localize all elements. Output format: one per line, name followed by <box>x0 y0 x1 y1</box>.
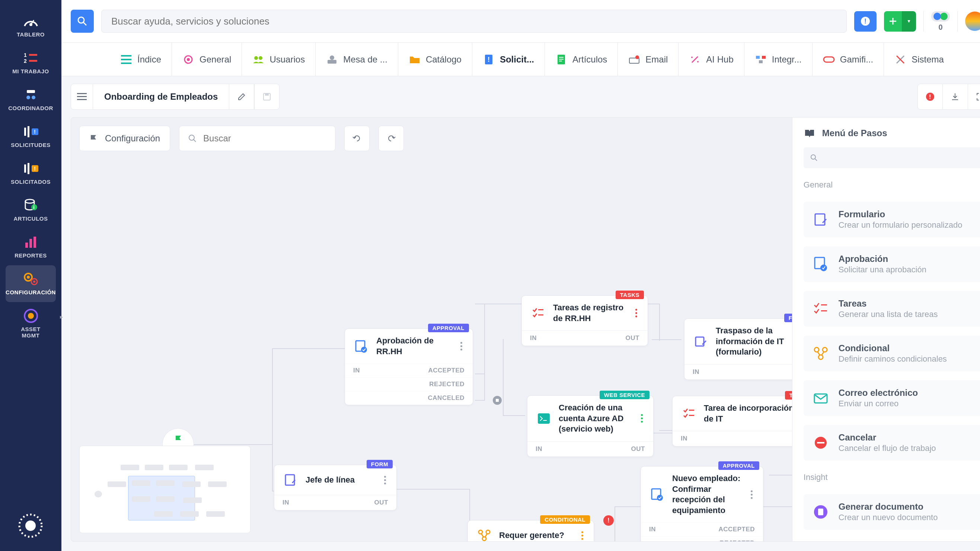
requests-in-icon: ! <box>22 125 40 139</box>
nav-label: Integr... <box>772 54 802 65</box>
svg-rect-83 <box>689 415 694 416</box>
svg-rect-77 <box>538 309 543 310</box>
nav-tab-solicit[interactable]: ! Solicit... <box>473 43 545 76</box>
node-tarea-it[interactable]: TASKS Tarea de incorporación de IT INOUT <box>672 396 792 446</box>
search-button[interactable] <box>71 10 94 33</box>
svg-rect-81 <box>543 420 547 421</box>
sidebar-item-mitrabajo[interactable]: 12 MI TRABAJO <box>0 44 61 81</box>
nav-tab-aihub[interactable]: AI Hub <box>679 43 744 76</box>
sidebar-item-solicitados[interactable]: ! SOLICITADOS <box>0 155 61 192</box>
step-tareas[interactable]: TareasGenerar una lista de tareas <box>803 291 980 327</box>
menu-button[interactable] <box>71 84 93 110</box>
node-more[interactable] <box>458 340 465 353</box>
sidebar-item-tablero[interactable]: TABLERO <box>0 8 61 44</box>
node-title: Traspaso de la información de IT (formul… <box>716 326 792 357</box>
nav-tab-indice[interactable]: Índice <box>110 43 172 76</box>
step-aprobacion[interactable]: AprobaciónSolicitar una aprobación <box>803 246 980 282</box>
node-tareas-rrhh[interactable]: TASKS Tareas de registro de RR.HH INOUT <box>522 295 648 346</box>
canvas-search-input[interactable] <box>203 133 326 144</box>
fullscreen-button[interactable] <box>968 84 980 110</box>
avatar[interactable] <box>965 11 980 31</box>
nav-label: Catálogo <box>426 54 461 65</box>
nav-tab-sistema[interactable]: Sistema <box>884 43 954 76</box>
divider <box>957 11 958 32</box>
svg-text:!: ! <box>864 17 867 25</box>
download-button[interactable] <box>943 84 968 110</box>
workflow-canvas[interactable]: Configuración <box>71 117 792 542</box>
node-jefe-linea[interactable]: FORM Jefe de línea INOUT <box>274 465 397 510</box>
nav-label: Solicit... <box>500 54 534 65</box>
nav-tab-mesa[interactable]: Mesa de ... <box>316 43 398 76</box>
error-indicator[interactable]: ! <box>918 84 943 110</box>
toggle-icon <box>931 11 950 22</box>
add-dropdown[interactable]: ▼ <box>902 11 916 32</box>
node-aprobacion[interactable]: APPROVAL Aprobación de RR.HH INACCEPTED … <box>345 329 473 405</box>
svg-rect-72 <box>496 399 499 402</box>
sidebar-item-coordinador[interactable]: COORDINADOR <box>0 81 61 118</box>
branch-icon <box>476 527 492 542</box>
svg-rect-5 <box>29 60 37 62</box>
node-requer[interactable]: CONDITIONAL ! Requer gerente? INNEW PATH… <box>468 520 594 542</box>
edit-button[interactable] <box>229 84 254 110</box>
minimap[interactable] <box>79 446 250 533</box>
svg-rect-74 <box>285 475 294 485</box>
step-condicional[interactable]: CondicionalDefinir caminos condicionales <box>803 336 980 371</box>
save-button[interactable] <box>254 84 280 110</box>
svg-point-84 <box>479 530 482 534</box>
nav-tab-integr[interactable]: Integr... <box>745 43 813 76</box>
nav-label: Sistema <box>912 54 944 65</box>
form-edit-icon <box>693 333 709 350</box>
nav-tab-gamifi[interactable]: Gamifi... <box>813 43 884 76</box>
nav-tab-general[interactable]: General <box>172 43 242 76</box>
node-azure[interactable]: WEB SERVICE Creación de una cuenta Azure… <box>527 395 654 457</box>
alert-icon: ! <box>860 16 870 26</box>
config-button[interactable]: Configuración <box>79 126 170 151</box>
sidebar-item-articulos[interactable]: i ARTICULOS <box>0 192 61 229</box>
hamburger-icon <box>77 93 87 100</box>
node-more[interactable] <box>633 306 640 319</box>
step-generar-doc[interactable]: Generar documentoCrear un nuevo document… <box>803 494 980 530</box>
node-more[interactable] <box>382 473 388 487</box>
node-title: Aprobación de RR.HH <box>376 336 452 357</box>
svg-point-85 <box>486 530 490 534</box>
sidebar-label: COORDINADOR <box>8 105 53 111</box>
nav-tab-usuarios[interactable]: Usuarios <box>242 43 316 76</box>
sidebar-item-reportes[interactable]: REPORTES <box>0 229 61 265</box>
sidebar-item-solicitudes[interactable]: ! SOLICITUDES <box>0 118 61 155</box>
connector-junction <box>493 396 502 405</box>
approval-icon <box>649 486 665 503</box>
sidebar-label: SOLICITADOS <box>11 179 51 185</box>
redo-button[interactable] <box>379 126 404 151</box>
node-title: Nuevo empleado: Confirmar recepción del … <box>672 473 742 516</box>
workflow-title: Onboarding de Empleados <box>93 84 229 110</box>
add-button[interactable] <box>884 11 902 32</box>
nav-tab-articulos[interactable]: Artículos <box>545 43 618 76</box>
nav-tab-email[interactable]: Email <box>618 43 679 76</box>
counter-value: 0 <box>938 23 942 32</box>
svg-point-42 <box>254 56 258 60</box>
step-cancelar[interactable]: CancelarCancelar el flujo de trabajo <box>803 425 980 460</box>
svg-rect-6 <box>27 90 35 93</box>
svg-rect-78 <box>538 314 543 316</box>
nav-tab-catalogo[interactable]: Catálogo <box>398 43 473 76</box>
svg-text:!: ! <box>34 165 36 171</box>
node-more[interactable] <box>579 529 585 542</box>
step-correo[interactable]: Correo electrónicoEnviar un correo <box>803 380 980 416</box>
counter[interactable]: 0 <box>931 11 950 32</box>
step-formulario[interactable]: FormularioCrear un formulario personaliz… <box>803 202 980 237</box>
node-more[interactable] <box>748 488 755 501</box>
integration-icon <box>755 54 767 65</box>
sidebar-item-asset[interactable]: ASSET MGMT ▸ <box>0 302 61 345</box>
sidebar-item-configuracion[interactable]: CONFIGURACIÓN <box>6 265 56 302</box>
panel-search[interactable] <box>803 147 980 168</box>
svg-line-94 <box>815 159 817 161</box>
tasks-icon <box>681 405 697 422</box>
node-more[interactable] <box>639 412 645 425</box>
svg-rect-22 <box>33 237 36 248</box>
undo-button[interactable] <box>344 126 370 151</box>
node-traspaso[interactable]: FORM Traspaso de la información de IT (f… <box>684 319 792 380</box>
node-nuevo-emp[interactable]: APPROVAL Nuevo empleado: Confirmar recep… <box>641 466 764 542</box>
search-input[interactable] <box>111 16 837 27</box>
svg-rect-65 <box>77 99 87 100</box>
alert-button[interactable]: ! <box>854 11 877 32</box>
